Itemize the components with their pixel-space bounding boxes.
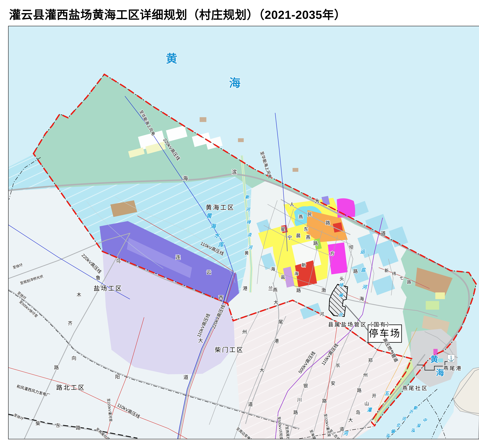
map-label: 新 <box>385 268 389 273</box>
map-label: 银 <box>303 383 308 388</box>
map-label: 大 <box>273 300 278 305</box>
map-label: 鲁 <box>96 275 100 281</box>
map-label: 柴 <box>36 421 40 426</box>
map-label: 齐 <box>68 321 73 326</box>
map-label: 大 <box>198 338 203 343</box>
map-label: 乌 <box>116 258 121 264</box>
anchor-icon: ⚓ <box>448 356 454 362</box>
map-label: 七 <box>399 276 404 280</box>
map-label: 海 <box>229 77 241 90</box>
map-label: 黄海工区 <box>206 204 235 211</box>
map-label: 海 <box>210 223 217 230</box>
map-label: 水 <box>214 232 220 239</box>
map-label: 河 <box>319 312 324 316</box>
port-name-label: 燕尾港 <box>443 366 462 371</box>
map-label: 星 <box>281 227 285 232</box>
map-label: 州 <box>363 373 368 378</box>
map-label: 路 <box>407 280 411 284</box>
map-label: 泓 <box>411 428 415 433</box>
map-label: 路 <box>313 241 318 246</box>
map-label: 东 <box>304 227 308 232</box>
map-label: 淡 <box>247 233 252 237</box>
map-label: 阳 <box>115 374 120 380</box>
map-label: 晨 <box>296 233 301 238</box>
map-label: 泓 <box>386 434 390 438</box>
map-label: 安 <box>331 381 335 386</box>
map-label: 道 <box>339 427 344 432</box>
map-label: 中 <box>423 418 427 423</box>
map-label: 云 <box>206 270 211 275</box>
map-label: 新 <box>245 195 250 199</box>
map-label: 五 <box>384 391 390 396</box>
map-label: 尾 <box>278 319 283 325</box>
map-label: 大 <box>314 198 320 204</box>
map-label: 海 <box>359 296 364 301</box>
map-label: 黄 <box>430 355 439 364</box>
map-label: 新 <box>413 406 418 410</box>
map-label: 海 <box>436 368 445 377</box>
map-label: 黄 <box>166 52 178 65</box>
map-label: 柴门工区 <box>215 347 244 353</box>
map-label: 北 <box>396 423 401 428</box>
map-label: 木 <box>77 292 81 297</box>
map-label: 黄 <box>245 251 249 256</box>
map-label: 海 <box>183 175 188 181</box>
map-label: 山 <box>364 401 369 406</box>
map-label: 路 <box>54 365 59 370</box>
map-label: 海 <box>271 267 275 271</box>
map-label: 西 <box>219 295 223 300</box>
map-label: 渤 <box>321 288 326 293</box>
map-label: 坝 <box>349 245 353 250</box>
map-label: 盐 <box>361 267 366 273</box>
map-label: 路 <box>322 398 327 403</box>
map-label: 路北工区 <box>56 384 85 391</box>
map-label: 库 <box>218 242 225 248</box>
map-label: 路 <box>293 410 298 415</box>
map-label: 港 <box>243 286 247 291</box>
map-label: 兰 <box>268 286 273 291</box>
map-label: 燕 <box>299 214 303 219</box>
map-label: 燕 <box>306 235 310 240</box>
map-label: 盐场工区 <box>93 285 123 292</box>
map-label: 州 <box>242 329 247 335</box>
map-label: 川 <box>297 397 302 402</box>
map-label: 盐 <box>281 275 285 280</box>
map-label: 郑 <box>368 358 373 363</box>
map-label: 排 <box>339 283 344 287</box>
map-label: 运 <box>360 249 366 254</box>
map-label: 路 <box>326 220 330 225</box>
map-label: 宁 <box>287 235 292 240</box>
map-label: 县属盐场管区（国有） <box>328 322 393 328</box>
map-canvas: 停车场 ⚓ 燕尾港 黄海黄海黄海工区盐场工区柴门工区路北工区县属盐场管区（国有）… <box>8 26 479 439</box>
map-label: 沂 <box>409 409 414 414</box>
page-title: 灌云县灌西盐场黄海工区详细规划（村庄规划）（2021-2035年） <box>9 5 479 22</box>
map-label: 长 <box>336 363 340 368</box>
map-label: 深 <box>416 423 421 428</box>
map-label: 民 <box>307 212 312 217</box>
map-label: 大 <box>348 418 353 423</box>
map-label: 路 <box>296 288 301 293</box>
map-label: 路 <box>353 269 358 274</box>
map-label: 路 <box>357 388 362 393</box>
map-label: 路 <box>76 425 80 431</box>
planning-map-page: 灌云县灌西盐场黄海工区详细规划（村庄规划）（2021-2035年） 建设项目分布… <box>0 0 479 448</box>
map-label: 方 <box>330 251 334 256</box>
map-label: 排 <box>246 220 251 225</box>
parking-label: 停车场 <box>369 328 401 339</box>
map-label: 向 <box>72 356 76 361</box>
map-label: 头 <box>339 276 344 281</box>
map-label: 新 <box>301 263 306 268</box>
map-label: 道 <box>380 231 386 237</box>
map-label: 连 <box>175 255 180 260</box>
main-map: 停车场 ⚓ 燕尾港 黄海黄海黄海工区盐场工区柴门工区路北工区县属盐场管区（国有）… <box>8 26 479 439</box>
map-label: 黄 <box>206 213 212 219</box>
map-label: 碱 <box>339 293 343 297</box>
map-label: 道 <box>183 375 188 380</box>
map-label: 燕 <box>273 287 278 293</box>
map-label: 纬 <box>392 271 396 276</box>
map-label: 大 <box>259 368 264 373</box>
map-label: 道 <box>248 402 253 407</box>
map-label: 偏 <box>391 429 395 434</box>
map-label: 港 <box>274 338 279 344</box>
map-label: 东 <box>56 423 60 428</box>
